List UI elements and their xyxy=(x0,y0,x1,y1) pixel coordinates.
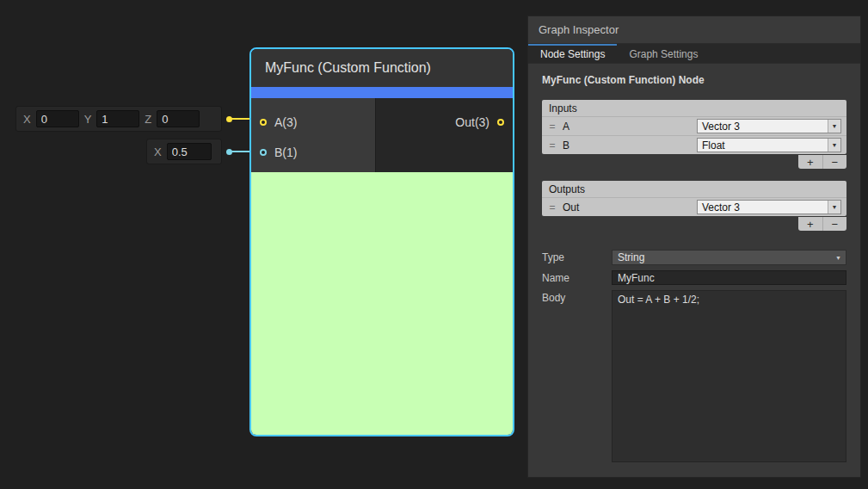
input-b-name: B xyxy=(563,139,692,152)
body-label: Body xyxy=(542,290,612,304)
outputs-add-remove-tray: + − xyxy=(798,217,846,231)
name-field-row: Name xyxy=(542,270,846,285)
x-field-label: X xyxy=(154,145,162,158)
add-input-button[interactable]: + xyxy=(798,155,822,169)
output-out-type-dropdown[interactable]: Vector 3 ▼ xyxy=(697,200,841,214)
inputs-add-remove-tray: + − xyxy=(798,155,846,169)
output-row-out: = Out Vector 3 ▼ xyxy=(542,197,846,216)
float-x-field[interactable] xyxy=(167,143,212,160)
input-row-a: = A Vector 3 ▼ xyxy=(542,116,846,135)
inputs-footer: + − xyxy=(542,155,846,169)
z-field-label: Z xyxy=(145,113,151,126)
output-port-out[interactable] xyxy=(497,119,504,126)
node-title: MyFunc (Custom Function) xyxy=(265,60,431,76)
inputs-section: Inputs = A Vector 3 ▼ = B Float ▼ xyxy=(542,100,846,154)
chevron-down-icon: ▼ xyxy=(835,255,846,261)
node-preview xyxy=(251,172,513,435)
y-field[interactable] xyxy=(96,110,139,127)
node-port-area: A(3) B(1) Out(3) xyxy=(251,98,513,172)
outputs-section-title: Outputs xyxy=(542,181,846,197)
port-row: A(3) xyxy=(251,107,375,137)
name-label: Name xyxy=(542,270,612,284)
input-ports-column: A(3) B(1) xyxy=(251,98,376,172)
inspector-tabs: Node Settings Graph Settings xyxy=(528,44,860,64)
input-port-b-label: B(1) xyxy=(274,145,297,159)
drag-handle-icon[interactable]: = xyxy=(547,201,557,214)
x-field[interactable] xyxy=(36,110,79,127)
output-out-name: Out xyxy=(563,201,692,214)
type-field-row: Type String ▼ xyxy=(542,250,846,265)
input-a-name: A xyxy=(563,121,692,133)
outputs-section: Outputs = Out Vector 3 ▼ xyxy=(542,181,846,216)
vector3-default-input: X Y Z xyxy=(15,106,222,132)
body-field-row: Body Out = A + B + 1/2; xyxy=(542,290,846,462)
node-title-bar[interactable]: MyFunc (Custom Function) xyxy=(251,49,513,87)
port-row: B(1) xyxy=(251,137,375,167)
chevron-down-icon: ▼ xyxy=(828,120,840,133)
remove-input-button[interactable]: − xyxy=(822,155,847,169)
tab-graph-settings[interactable]: Graph Settings xyxy=(617,44,710,63)
node-accent-bar xyxy=(251,87,513,98)
myfunc-node[interactable]: MyFunc (Custom Function) A(3) B(1) Out(3… xyxy=(249,47,514,436)
output-port-out-label: Out(3) xyxy=(455,115,489,129)
input-a-type-dropdown[interactable]: Vector 3 ▼ xyxy=(697,119,841,133)
input-port-a-label: A(3) xyxy=(274,115,297,129)
input-b-type-dropdown[interactable]: Float ▼ xyxy=(697,138,841,152)
remove-output-button[interactable]: − xyxy=(822,217,847,231)
chevron-down-icon: ▼ xyxy=(828,201,840,214)
type-dropdown[interactable]: String ▼ xyxy=(612,250,846,265)
z-field[interactable] xyxy=(157,110,200,127)
port-row: Out(3) xyxy=(376,107,513,137)
inspector-header[interactable]: Graph Inspector xyxy=(528,16,860,44)
inputs-section-title: Inputs xyxy=(542,100,846,116)
name-field[interactable] xyxy=(612,270,846,285)
inspector-title: Graph Inspector xyxy=(539,23,619,36)
add-output-button[interactable]: + xyxy=(798,217,822,231)
input-port-a[interactable] xyxy=(260,119,267,126)
drag-handle-icon[interactable]: = xyxy=(547,121,557,133)
drag-handle-icon[interactable]: = xyxy=(547,139,557,152)
type-label: Type xyxy=(542,250,612,263)
body-field[interactable]: Out = A + B + 1/2; xyxy=(612,290,846,462)
y-field-label: Y xyxy=(84,113,92,126)
graph-inspector-panel: Graph Inspector Node Settings Graph Sett… xyxy=(527,15,861,478)
float-default-input: X xyxy=(146,139,222,164)
input-row-b: = B Float ▼ xyxy=(542,135,846,154)
node-settings-subtitle: MyFunc (Custom Function) Node xyxy=(528,64,860,88)
input-port-b[interactable] xyxy=(260,149,267,156)
x-field-label: X xyxy=(23,113,31,126)
outputs-footer: + − xyxy=(542,217,846,231)
output-ports-column: Out(3) xyxy=(376,98,513,172)
tab-node-settings[interactable]: Node Settings xyxy=(528,44,617,63)
chevron-down-icon: ▼ xyxy=(828,139,840,152)
